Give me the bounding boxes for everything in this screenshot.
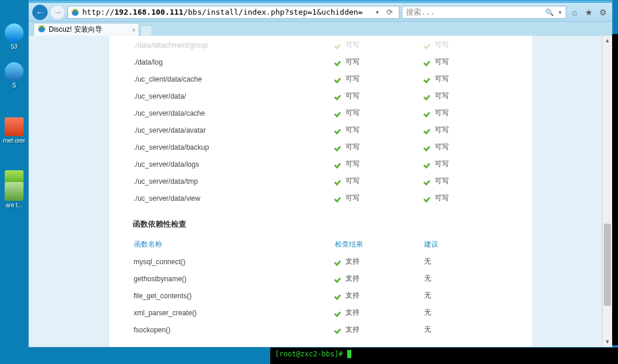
check-icon <box>424 144 432 151</box>
cell-path: ./uc_server/data/ <box>134 88 334 104</box>
browser-window: ← → http://192.168.100.111/bbs/install/i… <box>28 0 613 348</box>
terminal-window[interactable] <box>612 34 618 345</box>
cell-suggest: 可写 <box>424 173 508 189</box>
table-row: ./uc_client/data/cache 可写 可写 <box>134 71 508 87</box>
terminal-prompt[interactable]: [root@zxc2-bbs]# <box>270 348 618 364</box>
table-row: ./uc_server/data/avatar 可写 可写 <box>134 122 508 138</box>
cell-status: 可写 <box>335 71 423 87</box>
check-icon <box>424 42 432 49</box>
cell-status: 可写 <box>335 173 423 189</box>
cell-status: 可写 <box>335 156 423 172</box>
cell-suggest: 可写 <box>424 88 508 104</box>
cell-suggest: 可写 <box>424 105 508 121</box>
installer-panel: ./data/attachment/group 可写 可写 ./data/log… <box>109 36 532 347</box>
page-content: ./data/attachment/group 可写 可写 ./data/log… <box>29 36 612 347</box>
table-row: ./uc_server/data/view 可写 可写 <box>134 190 508 206</box>
cell-status: 可写 <box>335 139 423 155</box>
svg-point-0 <box>72 9 79 16</box>
cell-suggest: 可写 <box>424 37 508 53</box>
cell-func-suggest: 无 <box>424 254 508 269</box>
table-row: ./uc_server/data/cache 可写 可写 <box>134 105 508 121</box>
cell-suggest: 可写 <box>424 156 508 172</box>
tab-strip: Discuz! 安装向导 × <box>29 22 612 36</box>
new-tab-button[interactable] <box>140 25 152 36</box>
check-icon <box>335 178 343 185</box>
check-icon <box>335 42 343 49</box>
table-row: ./data/log 可写 可写 <box>134 54 508 70</box>
cell-path: ./data/attachment/group <box>134 37 334 53</box>
arrow-left-icon: ← <box>36 8 44 17</box>
table-row: xml_parser_create() 支持 无 <box>134 305 508 321</box>
desktop-icon[interactable]: are t... <box>2 182 26 208</box>
tab-discuz[interactable]: Discuz! 安装向导 × <box>33 23 139 36</box>
check-icon <box>335 275 343 282</box>
cell-status: 可写 <box>335 88 423 104</box>
check-icon <box>335 195 343 202</box>
check-icon <box>335 110 343 117</box>
cell-status: 可写 <box>335 37 423 53</box>
directory-check-table: ./data/attachment/group 可写 可写 ./data/log… <box>133 36 509 207</box>
desktop-icon[interactable]: S <box>2 62 26 89</box>
cell-func-name: mysql_connect() <box>134 254 334 269</box>
cell-func-result: 支持 <box>335 322 423 338</box>
desktop-icon[interactable]: 53 <box>2 23 26 50</box>
back-button[interactable]: ← <box>32 5 48 20</box>
arrow-right-icon: → <box>53 8 62 17</box>
check-icon <box>335 59 343 66</box>
cell-suggest: 可写 <box>424 71 508 87</box>
table-row: ./uc_server/data/backup 可写 可写 <box>134 139 508 155</box>
section-title-functions: 函数依赖性检查 <box>133 219 509 230</box>
check-icon <box>335 76 343 83</box>
cell-path: ./uc_client/data/cache <box>134 71 334 87</box>
check-icon <box>335 326 343 333</box>
table-row: mysql_connect() 支持 无 <box>134 254 508 269</box>
search-icon[interactable]: 🔍 ▾ <box>545 8 562 16</box>
forward-button[interactable]: → <box>50 5 65 20</box>
desktop-icon-ie[interactable]: rnet orer <box>2 117 26 144</box>
close-tab-icon[interactable]: × <box>132 26 136 33</box>
cell-func-result: 支持 <box>335 288 423 304</box>
table-row: gethostbyname() 支持 无 <box>134 271 508 287</box>
cell-status: 可写 <box>335 105 423 121</box>
check-icon <box>424 178 432 185</box>
check-icon <box>335 292 343 299</box>
cell-func-name: file_get_contents() <box>134 288 334 304</box>
scroll-up-arrow[interactable]: ▲ <box>603 36 612 46</box>
col-header-name: 函数名称 <box>134 237 334 252</box>
cell-path: ./data/log <box>134 54 334 70</box>
check-icon <box>335 93 343 100</box>
address-bar[interactable]: http://192.168.100.111/bbs/install/index… <box>68 6 399 19</box>
refresh-icon[interactable]: ⟳ <box>383 8 397 16</box>
vertical-scrollbar[interactable]: ▲ ▼ <box>602 36 612 347</box>
nav-bar: ← → http://192.168.100.111/bbs/install/i… <box>29 3 612 22</box>
cell-status: 可写 <box>335 122 423 138</box>
table-row: fsockopen() 支持 无 <box>134 322 508 338</box>
check-icon <box>335 161 343 168</box>
scrollbar-thumb[interactable] <box>604 224 611 306</box>
cell-suggest: 可写 <box>424 54 508 70</box>
cell-func-name: xml_parser_create() <box>134 305 334 321</box>
cell-path: ./uc_server/data/view <box>134 190 334 206</box>
table-row: file_get_contents() 支持 无 <box>134 288 508 304</box>
cell-func-name: fsockopen() <box>134 322 334 338</box>
check-icon <box>335 309 343 316</box>
cell-status: 可写 <box>335 190 423 206</box>
col-header-suggest: 建议 <box>424 237 508 252</box>
scroll-down-arrow[interactable]: ▼ <box>603 337 612 347</box>
ie-icon <box>38 25 46 35</box>
cell-func-name: gethostbyname() <box>134 271 334 287</box>
favorites-icon[interactable]: ★ <box>583 6 595 18</box>
cell-suggest: 可写 <box>424 139 508 155</box>
cell-path: ./uc_server/data/tmp <box>134 173 334 189</box>
check-icon <box>424 195 432 202</box>
cell-path: ./uc_server/data/cache <box>134 105 334 121</box>
search-box[interactable]: 搜索... 🔍 ▾ <box>402 6 566 19</box>
home-icon[interactable]: ⌂ <box>569 6 580 18</box>
cell-func-suggest: 无 <box>424 288 508 304</box>
tab-title: Discuz! 安装向导 <box>49 25 102 35</box>
check-icon <box>424 161 432 168</box>
cell-path: ./uc_server/data/avatar <box>134 122 334 138</box>
url-text: http://192.168.100.111/bbs/install/index… <box>82 8 362 16</box>
tools-icon[interactable]: ⚙ <box>597 6 609 18</box>
check-icon <box>424 59 432 66</box>
